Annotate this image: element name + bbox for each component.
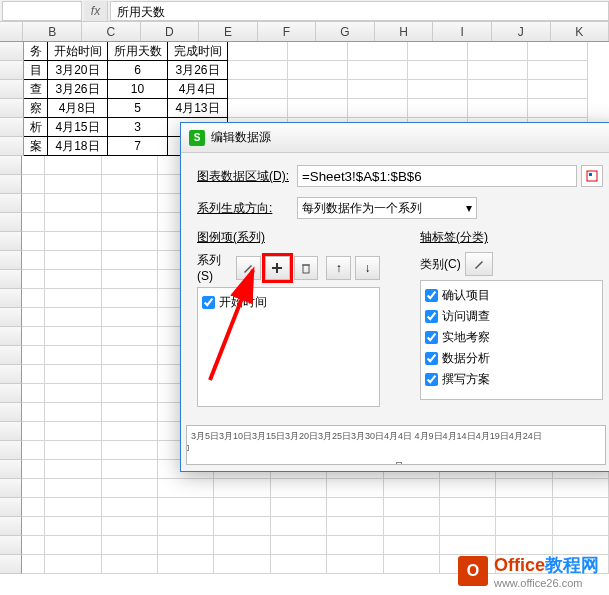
add-series-button[interactable] xyxy=(265,256,290,280)
cell[interactable] xyxy=(45,365,101,384)
col-header[interactable]: K xyxy=(551,22,610,41)
row-header[interactable] xyxy=(0,498,22,517)
cell[interactable] xyxy=(384,517,440,536)
cell[interactable] xyxy=(22,194,45,213)
cell[interactable] xyxy=(45,441,101,460)
cell[interactable] xyxy=(384,536,440,555)
cell[interactable] xyxy=(22,555,45,574)
cell[interactable]: 析 xyxy=(24,118,48,137)
cell[interactable] xyxy=(288,61,348,80)
cell[interactable] xyxy=(271,555,327,574)
cell[interactable] xyxy=(348,61,408,80)
row-header[interactable] xyxy=(0,460,22,479)
cell[interactable] xyxy=(45,194,101,213)
cell[interactable] xyxy=(440,517,496,536)
cell[interactable] xyxy=(288,80,348,99)
cell[interactable] xyxy=(22,517,45,536)
cell[interactable]: 4月8日 xyxy=(48,99,108,118)
row-header[interactable] xyxy=(0,441,22,460)
category-listbox[interactable]: 确认项目 访问调查 实地考察 数据分析 撰写方案 xyxy=(420,280,603,400)
cell[interactable] xyxy=(102,232,158,251)
cell[interactable] xyxy=(348,99,408,118)
col-header[interactable]: G xyxy=(316,22,375,41)
row-header[interactable] xyxy=(0,479,22,498)
cell[interactable] xyxy=(327,479,383,498)
chart-placeholder[interactable]: 3月5日3月10日3月15日3月20日3月25日3月30日4月4日 4月9日4月… xyxy=(186,425,606,465)
cell[interactable] xyxy=(45,251,101,270)
cell[interactable] xyxy=(102,422,158,441)
cell[interactable] xyxy=(22,289,45,308)
row-header[interactable] xyxy=(0,270,22,289)
cell[interactable] xyxy=(327,555,383,574)
cell[interactable] xyxy=(45,498,101,517)
cell[interactable] xyxy=(102,460,158,479)
cell[interactable] xyxy=(496,479,552,498)
row-header[interactable] xyxy=(0,156,22,175)
cell[interactable] xyxy=(45,346,101,365)
cell[interactable] xyxy=(22,270,45,289)
cell[interactable]: 查 xyxy=(24,80,48,99)
row-header[interactable] xyxy=(0,517,22,536)
cell[interactable] xyxy=(528,61,588,80)
cell[interactable] xyxy=(22,346,45,365)
list-item[interactable]: 开始时间 xyxy=(202,292,375,313)
cell[interactable] xyxy=(45,327,101,346)
dialog-titlebar[interactable]: S 编辑数据源 xyxy=(181,123,609,153)
cell[interactable] xyxy=(102,270,158,289)
cell[interactable] xyxy=(102,213,158,232)
cell[interactable]: 完成时间 xyxy=(168,42,228,61)
cell[interactable] xyxy=(22,365,45,384)
cell[interactable] xyxy=(22,308,45,327)
row-header[interactable] xyxy=(0,536,22,555)
cell[interactable] xyxy=(102,517,158,536)
delete-series-button[interactable] xyxy=(294,256,319,280)
cell[interactable] xyxy=(102,498,158,517)
cell[interactable] xyxy=(408,42,468,61)
resize-handle[interactable] xyxy=(396,462,402,465)
cell[interactable]: 5 xyxy=(108,99,168,118)
cell[interactable] xyxy=(440,479,496,498)
cell[interactable] xyxy=(408,99,468,118)
cell[interactable] xyxy=(271,517,327,536)
cell[interactable] xyxy=(45,270,101,289)
select-all-corner[interactable] xyxy=(0,22,23,41)
cell[interactable] xyxy=(22,384,45,403)
cell[interactable] xyxy=(102,536,158,555)
cell[interactable]: 案 xyxy=(24,137,48,156)
col-header[interactable]: D xyxy=(141,22,200,41)
cell[interactable] xyxy=(288,42,348,61)
cell[interactable]: 务 xyxy=(24,42,48,61)
cell[interactable] xyxy=(553,479,609,498)
cell[interactable]: 3月26日 xyxy=(168,61,228,80)
cell[interactable]: 目 xyxy=(24,61,48,80)
cell[interactable] xyxy=(22,498,45,517)
cell[interactable] xyxy=(45,517,101,536)
cell[interactable]: 10 xyxy=(108,80,168,99)
cell[interactable] xyxy=(468,42,528,61)
cell[interactable] xyxy=(22,460,45,479)
col-header[interactable]: E xyxy=(199,22,258,41)
cell[interactable] xyxy=(102,403,158,422)
cell[interactable] xyxy=(468,61,528,80)
cell[interactable] xyxy=(528,80,588,99)
cell[interactable] xyxy=(158,555,214,574)
cell[interactable] xyxy=(45,536,101,555)
move-up-button[interactable]: ↑ xyxy=(326,256,351,280)
row-header[interactable] xyxy=(0,99,24,118)
list-item[interactable]: 实地考察 xyxy=(425,327,598,348)
cell[interactable] xyxy=(271,498,327,517)
chart-data-range-input[interactable] xyxy=(297,165,577,187)
cell[interactable] xyxy=(22,327,45,346)
category-checkbox[interactable] xyxy=(425,352,438,365)
cell[interactable] xyxy=(102,441,158,460)
cell[interactable]: 4月15日 xyxy=(48,118,108,137)
category-checkbox[interactable] xyxy=(425,331,438,344)
row-header[interactable] xyxy=(0,555,22,574)
col-header[interactable]: B xyxy=(23,22,82,41)
cell[interactable]: 3月26日 xyxy=(48,80,108,99)
cell[interactable] xyxy=(327,536,383,555)
cell[interactable] xyxy=(102,365,158,384)
cell[interactable] xyxy=(271,479,327,498)
cell[interactable] xyxy=(22,251,45,270)
cell[interactable] xyxy=(327,517,383,536)
